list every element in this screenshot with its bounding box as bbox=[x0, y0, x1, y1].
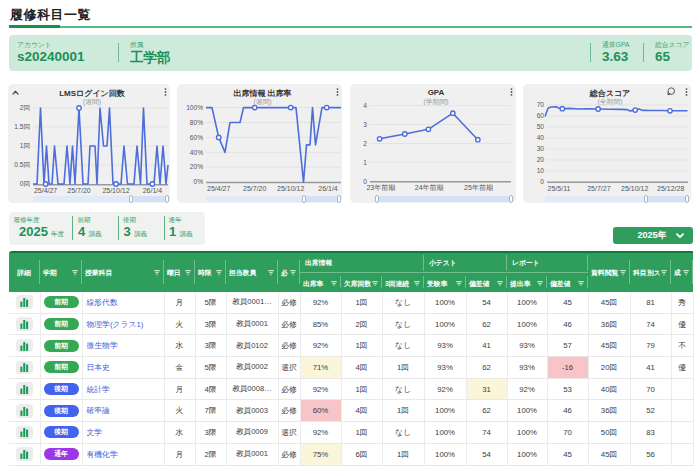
svg-text:1.5回: 1.5回 bbox=[14, 123, 30, 131]
svg-text:25/7/20: 25/7/20 bbox=[243, 185, 266, 192]
svg-text:40: 40 bbox=[537, 134, 545, 141]
svg-text:25/4/27: 25/4/27 bbox=[207, 185, 230, 192]
svg-text:0%: 0% bbox=[193, 178, 203, 185]
svg-text:100%: 100% bbox=[186, 104, 203, 111]
svg-text:24年前期: 24年前期 bbox=[415, 184, 444, 191]
svg-text:60%: 60% bbox=[190, 134, 203, 141]
svg-text:0: 0 bbox=[540, 178, 544, 185]
svg-text:0回: 0回 bbox=[20, 180, 30, 188]
svg-text:1: 1 bbox=[363, 159, 367, 166]
svg-text:0.5回: 0.5回 bbox=[14, 161, 30, 169]
svg-text:30: 30 bbox=[537, 145, 545, 152]
svg-text:25/4/27: 25/4/27 bbox=[34, 187, 57, 194]
svg-text:25/12/28: 25/12/28 bbox=[657, 185, 684, 192]
svg-text:20%: 20% bbox=[190, 163, 203, 170]
svg-text:80%: 80% bbox=[190, 119, 203, 126]
svg-text:4: 4 bbox=[363, 102, 367, 109]
svg-text:3: 3 bbox=[363, 121, 367, 128]
svg-text:25/5/11: 25/5/11 bbox=[548, 185, 571, 192]
svg-text:25/10/12: 25/10/12 bbox=[102, 187, 129, 194]
svg-text:26/1/4: 26/1/4 bbox=[318, 185, 338, 192]
svg-text:25/10/12: 25/10/12 bbox=[277, 185, 304, 192]
svg-text:60: 60 bbox=[537, 112, 545, 119]
svg-text:1回: 1回 bbox=[20, 142, 30, 150]
svg-text:25/7/27: 25/7/27 bbox=[587, 185, 610, 192]
svg-text:25年前期: 25年前期 bbox=[464, 184, 493, 191]
svg-text:20: 20 bbox=[537, 156, 545, 163]
svg-text:40%: 40% bbox=[190, 149, 203, 156]
svg-text:10: 10 bbox=[537, 167, 545, 174]
svg-text:25/10/12: 25/10/12 bbox=[621, 185, 648, 192]
svg-text:26/1/4: 26/1/4 bbox=[143, 187, 163, 194]
svg-text:50: 50 bbox=[537, 123, 545, 130]
svg-text:70: 70 bbox=[537, 101, 545, 108]
svg-text:2回: 2回 bbox=[20, 104, 30, 112]
svg-text:25/7/20: 25/7/20 bbox=[67, 187, 90, 194]
svg-text:2: 2 bbox=[363, 140, 367, 147]
svg-text:23年前期: 23年前期 bbox=[366, 184, 395, 191]
